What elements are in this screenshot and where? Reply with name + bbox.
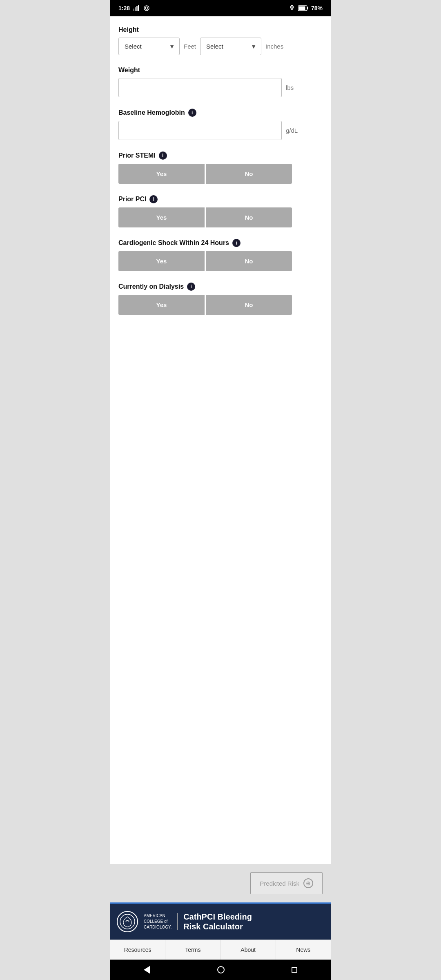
hemoglobin-field-group: Baseline Hemoglobin i g/dL (118, 109, 323, 140)
status-bar-left: 1:28 (118, 5, 150, 11)
dialysis-field-group: Currently on Dialysis i Yes No (118, 283, 323, 315)
prior-stemi-label: Prior STEMI i (118, 151, 323, 160)
status-bar: 1:28 78% (110, 0, 331, 16)
acc-logo-svg (119, 913, 136, 930)
status-bar-right: 78% (288, 5, 323, 11)
svg-rect-1 (135, 7, 136, 11)
svg-rect-8 (298, 7, 305, 10)
inches-select-wrapper: Select 0 1 2 3 4 5 6 7 8 9 10 11 ▼ (200, 38, 261, 55)
dialysis-toggle-group: Yes No (118, 295, 292, 315)
main-content: Height Select 4 5 6 7 ▼ Feet Select 0 1 (110, 16, 331, 864)
prior-stemi-toggle-group: Yes No (118, 164, 292, 184)
prior-pci-label: Prior PCI i (118, 195, 323, 203)
height-row: Select 4 5 6 7 ▼ Feet Select 0 1 2 3 4 5 (118, 38, 323, 55)
bottom-area: Predicted Risk ⊕ (110, 864, 331, 902)
hemoglobin-input-row: g/dL (118, 121, 323, 140)
android-nav (110, 960, 331, 980)
prior-pci-no-btn[interactable]: No (206, 207, 292, 227)
terms-tab[interactable]: Terms (165, 940, 220, 960)
battery-percent: 78% (311, 5, 323, 11)
feet-select[interactable]: Select 4 5 6 7 (118, 38, 180, 55)
hemoglobin-label: Baseline Hemoglobin i (118, 109, 323, 117)
inches-select[interactable]: Select 0 1 2 3 4 5 6 7 8 9 10 11 (200, 38, 261, 55)
weight-unit: lbs (286, 84, 294, 91)
cardiogenic-shock-info-icon[interactable]: i (232, 239, 241, 247)
prior-stemi-field-group: Prior STEMI i Yes No (118, 151, 323, 184)
predicted-risk-label: Predicted Risk (260, 880, 299, 887)
height-label: Height (118, 26, 323, 33)
android-back-icon[interactable] (144, 966, 150, 974)
cardiogenic-shock-field-group: Cardiogenic Shock Within 24 Hours i Yes … (118, 239, 323, 271)
news-tab[interactable]: News (276, 940, 331, 960)
weight-field-group: Weight lbs (118, 67, 323, 97)
dialysis-info-icon[interactable]: i (187, 283, 195, 291)
prior-pci-field-group: Prior PCI i Yes No (118, 195, 323, 227)
android-home-icon[interactable] (217, 966, 225, 973)
prior-pci-toggle-group: Yes No (118, 207, 292, 227)
acc-org-text: AMERICAN COLLEGE of CARDIOLOGY. (144, 913, 178, 930)
cardiogenic-shock-yes-btn[interactable]: Yes (118, 251, 205, 271)
weight-input-row: lbs (118, 78, 323, 97)
hemoglobin-info-icon[interactable]: i (188, 109, 196, 117)
cardiogenic-shock-no-btn[interactable]: No (206, 251, 292, 271)
feet-select-wrapper: Select 4 5 6 7 ▼ (118, 38, 180, 55)
cardiogenic-shock-label: Cardiogenic Shock Within 24 Hours i (118, 239, 323, 247)
svg-rect-0 (133, 9, 134, 11)
dialysis-label: Currently on Dialysis i (118, 283, 323, 291)
acc-logo-circle (117, 911, 138, 932)
bottom-nav: Resources Terms About News (110, 940, 331, 960)
camera-icon (143, 5, 150, 11)
cardiogenic-shock-toggle-group: Yes No (118, 251, 292, 271)
prior-stemi-yes-btn[interactable]: Yes (118, 164, 205, 184)
inches-label: Inches (265, 43, 283, 50)
hemoglobin-input[interactable] (118, 121, 282, 140)
android-recent-icon[interactable] (292, 967, 297, 973)
about-tab[interactable]: About (221, 940, 276, 960)
prior-pci-info-icon[interactable]: i (149, 195, 158, 203)
prior-stemi-no-btn[interactable]: No (206, 164, 292, 184)
weight-input[interactable] (118, 78, 282, 97)
dialysis-yes-btn[interactable]: Yes (118, 295, 205, 315)
wifi-icon (288, 5, 296, 11)
weight-label: Weight (118, 67, 323, 74)
prior-stemi-info-icon[interactable]: i (159, 151, 167, 160)
feet-label: Feet (184, 43, 196, 50)
battery-icon-svg (298, 5, 309, 11)
app-title: CathPCI Bleeding Risk Calculator (183, 912, 252, 931)
resources-tab[interactable]: Resources (110, 940, 165, 960)
dialysis-no-btn[interactable]: No (206, 295, 292, 315)
svg-rect-7 (307, 7, 308, 9)
svg-point-4 (144, 6, 149, 11)
hemoglobin-unit: g/dL (286, 127, 298, 134)
time-display: 1:28 (118, 5, 130, 11)
signal-icon (133, 5, 140, 11)
prior-pci-yes-btn[interactable]: Yes (118, 207, 205, 227)
banner-content: AMERICAN COLLEGE of CARDIOLOGY. CathPCI … (117, 911, 324, 932)
svg-rect-2 (136, 6, 138, 11)
predicted-risk-arrow-icon: ⊕ (303, 878, 313, 888)
acc-logo (117, 911, 138, 932)
svg-rect-3 (138, 5, 139, 11)
height-field-group: Height Select 4 5 6 7 ▼ Feet Select 0 1 (118, 26, 323, 55)
svg-point-5 (145, 7, 148, 9)
predicted-risk-button[interactable]: Predicted Risk ⊕ (250, 872, 323, 894)
acc-banner: AMERICAN COLLEGE of CARDIOLOGY. CathPCI … (110, 902, 331, 940)
